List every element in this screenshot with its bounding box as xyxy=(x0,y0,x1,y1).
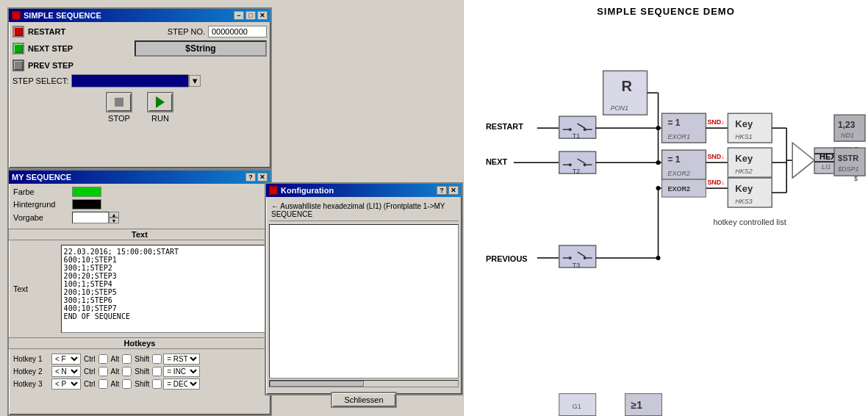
hotkey1-alt-check[interactable] xyxy=(122,354,132,364)
hotkey3-action-select[interactable]: = DEC xyxy=(163,379,200,390)
hotkey1-shift-check[interactable] xyxy=(152,354,162,364)
konfig-close-button[interactable]: ✕ xyxy=(448,186,459,195)
hintergrund-label: Hintergrund xyxy=(13,200,72,209)
junction2 xyxy=(656,160,661,165)
run-label: RUN xyxy=(151,114,169,123)
hotkey3-alt-check[interactable] xyxy=(122,379,132,389)
minimize-button[interactable]: − xyxy=(234,11,244,20)
hotkey1-label: Hotkey 1 xyxy=(13,355,50,363)
hotkey2-shift-check[interactable] xyxy=(152,367,162,376)
simple-sequence-titlebar: SIMPLE SEQUENCE − □ ✕ xyxy=(9,9,270,22)
hintergrund-row: Hintergrund xyxy=(13,199,266,209)
hotkey1-action-select[interactable]: = RST xyxy=(163,354,200,365)
hotkey-list-label: hotkey controlled list xyxy=(713,218,786,226)
hintergrund-color[interactable] xyxy=(72,199,101,209)
myseq-help-button[interactable]: ? xyxy=(245,173,256,182)
restart-row: RESTART STEP NO. 00000000 xyxy=(12,26,267,37)
titlebar-buttons: − □ ✕ xyxy=(234,11,268,20)
seq-content: RESTART STEP NO. 00000000 NEXT STEP $Str… xyxy=(9,22,270,126)
run-button[interactable] xyxy=(147,92,173,112)
geq1-label: ≥1 xyxy=(631,399,643,411)
hks1-label: Key xyxy=(735,118,753,129)
text-label: Text xyxy=(13,284,61,293)
hotkey3-ctrl-label: Ctrl xyxy=(84,380,96,388)
restart-diagram-label: RESTART xyxy=(486,122,523,131)
t2-label: T2 xyxy=(573,168,580,175)
text-area[interactable] xyxy=(61,245,266,333)
maximize-button[interactable]: □ xyxy=(245,11,256,20)
stop-button[interactable] xyxy=(106,92,132,112)
hotkey2-ctrl-check[interactable] xyxy=(98,367,108,376)
konfig-help-button[interactable]: ? xyxy=(437,186,447,195)
prev-step-indicator[interactable] xyxy=(12,60,24,71)
close-button[interactable]: ✕ xyxy=(257,11,268,20)
junction3 xyxy=(656,256,661,260)
vorgabe-up[interactable]: ▲ xyxy=(109,212,119,218)
hotkey2-row: Hotkey 2 < N > Ctrl Alt Shift = INC xyxy=(13,366,266,377)
step-select-dropdown[interactable]: ▼ xyxy=(189,75,201,87)
hex-sub: LI1 xyxy=(822,163,831,171)
vorgabe-spinners: ▲ ▼ xyxy=(109,212,119,223)
konfig-scrollbar[interactable] xyxy=(269,380,459,387)
hotkey1-key-select[interactable]: < F > xyxy=(51,354,81,365)
hotkey2-key-select[interactable]: < N > xyxy=(51,366,81,377)
hotkey3-shift-check[interactable] xyxy=(152,379,162,389)
next-step-row: NEXT STEP $String xyxy=(12,40,267,57)
prev-step-label: PREV STEP xyxy=(28,61,73,70)
konfiguration-window: Konfiguration ? ✕ ← Auswahlliste hexadez… xyxy=(265,182,463,395)
next-step-indicator[interactable] xyxy=(12,43,24,54)
hotkeys-section: Hotkey 1 < F > Ctrl Alt Shift = RST Hotk… xyxy=(9,351,270,393)
myseq-panel: Farbe Hintergrund Vorgabe 0 ▲ ▼ xyxy=(9,184,270,229)
hotkey2-label: Hotkey 2 xyxy=(13,367,50,376)
exor1-label: = 1 xyxy=(667,118,680,128)
myseq-titlebar-buttons: ? ✕ xyxy=(245,173,268,182)
string-display: $String xyxy=(134,40,267,57)
nd1-label: 1,23 xyxy=(838,120,856,130)
title-icon xyxy=(12,11,21,20)
vorgabe-label: Vorgabe xyxy=(13,213,72,222)
previous-diagram-label: PREVIOUS xyxy=(486,254,528,263)
t3-label: T3 xyxy=(573,262,580,269)
hotkey1-alt-label: Alt xyxy=(111,355,120,363)
pon1-label: PON1 xyxy=(611,104,628,112)
g1-label: G1 xyxy=(573,403,581,410)
konfig-title: Konfiguration xyxy=(281,186,334,195)
run-icon xyxy=(156,96,165,108)
hotkey2-action-select[interactable]: = INC xyxy=(163,366,200,377)
hotkey1-ctrl-check[interactable] xyxy=(98,354,108,364)
junction4 xyxy=(656,186,661,190)
hotkey3-label: Hotkey 3 xyxy=(13,380,50,388)
hotkey3-key-select[interactable]: < P > xyxy=(51,379,81,390)
konfig-list[interactable] xyxy=(269,224,459,379)
hotkey3-ctrl-check[interactable] xyxy=(98,379,108,389)
run-button-group: RUN xyxy=(147,92,173,123)
schliessen-button[interactable]: Schliessen xyxy=(331,392,396,408)
svg-point-16 xyxy=(569,257,572,259)
dsp-label: $STR xyxy=(838,154,858,162)
hks3-sub: HKS3 xyxy=(735,198,752,205)
hotkey2-alt-check[interactable] xyxy=(122,367,132,376)
myseq-close-button[interactable]: ✕ xyxy=(257,173,268,182)
diagram-title: SIMPLE SEQUENCE DEMO xyxy=(464,0,868,21)
exor3-sub: EXOR2 xyxy=(667,185,689,193)
hks3-label: Key xyxy=(735,183,753,194)
diagram-area: SIMPLE SEQUENCE DEMO RESTART NEXT PREVIO… xyxy=(463,0,868,416)
diagram-svg: RESTART NEXT PREVIOUS T1 T2 xyxy=(464,21,868,416)
vorgabe-down[interactable]: ▼ xyxy=(109,218,119,223)
konfig-titlebar: Konfiguration ? ✕ xyxy=(266,184,462,197)
snd1-label: SND↓ xyxy=(707,118,724,126)
hks2-sub: HKS2 xyxy=(735,168,752,175)
vorgabe-input[interactable]: 0 xyxy=(72,212,109,223)
restart-indicator[interactable] xyxy=(12,26,24,37)
text-section: Text xyxy=(9,243,270,337)
stop-icon xyxy=(115,98,123,107)
farbe-row: Farbe xyxy=(13,187,266,197)
restart-label: RESTART xyxy=(28,27,65,36)
exor2-label: = 1 xyxy=(667,154,680,165)
step-no-label: STEP NO. xyxy=(168,27,205,36)
my-sequence-title: MY SEQUENCE xyxy=(12,173,71,182)
svg-point-11 xyxy=(569,163,572,166)
konfig-bottom: Schliessen xyxy=(269,392,459,408)
farbe-color[interactable] xyxy=(72,187,101,197)
step-select-input[interactable]: 300;1;STEP2 xyxy=(71,74,189,87)
